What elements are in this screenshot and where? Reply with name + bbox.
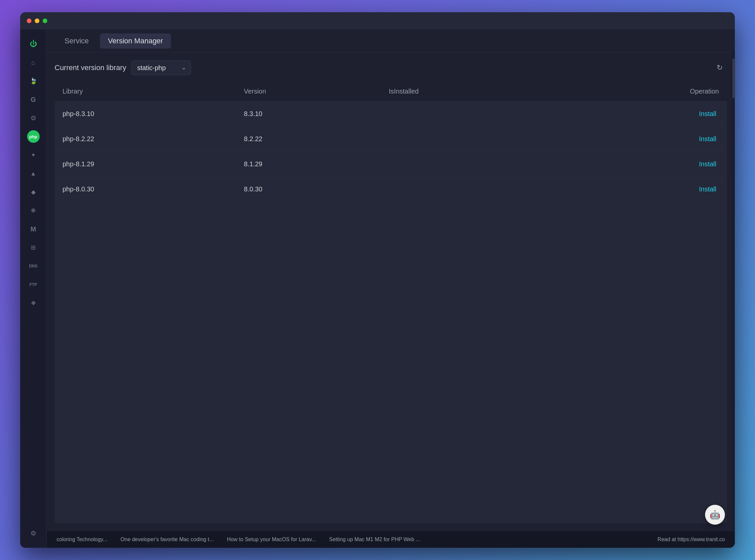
sidebar-item-leaf[interactable]: 🍃 [25, 73, 41, 89]
sidebar-item-ftp[interactable]: FTP [25, 277, 41, 293]
scrollbar-thumb[interactable] [733, 59, 735, 98]
sidebar-item-power[interactable]: ⏻ [25, 36, 41, 52]
tab-version-manager[interactable]: Version Manager [100, 33, 171, 48]
bottom-link-1[interactable]: One developer's favorite Mac coding t... [120, 537, 213, 542]
library-version: 8.3.10 [236, 101, 381, 127]
library-operation: Install [555, 101, 727, 127]
library-installed [381, 127, 555, 152]
version-library-left: Current version library static-php share… [55, 60, 191, 75]
minimize-button[interactable] [35, 19, 39, 23]
app-window: ⏻ ⌂ 🍃 G ⚙ php ✦ ▲ ◆ ❋ M ⊞ DNS FTP ❖ ⚙ Se… [20, 12, 735, 548]
library-name: php-8.1.29 [55, 152, 236, 177]
maximize-button[interactable] [43, 19, 47, 23]
col-library: Library [55, 82, 236, 101]
library-version: 8.1.29 [236, 152, 381, 177]
library-installed [381, 101, 555, 127]
col-installed: IsInstalled [381, 82, 555, 101]
chat-icon: 🤖 [710, 510, 720, 520]
library-version: 8.2.22 [236, 127, 381, 152]
scrollbar-track[interactable] [732, 52, 735, 531]
table-row: php-8.0.30 8.0.30 Install [55, 177, 727, 202]
bottom-link-0[interactable]: coloring Technology... [57, 537, 107, 542]
main-panel: Current version library static-php share… [47, 53, 735, 531]
bottom-bar: coloring Technology... One developer's f… [47, 531, 735, 548]
sidebar-item-gear[interactable]: ⚙ [25, 525, 41, 541]
install-button-2[interactable]: Install [696, 159, 719, 169]
refresh-button[interactable]: ↻ [712, 60, 727, 75]
sidebar-item-home[interactable]: ⌂ [25, 55, 41, 71]
library-version: 8.0.30 [236, 177, 381, 202]
table-row: php-8.2.22 8.2.22 Install [55, 127, 727, 152]
version-library-label: Current version library [55, 63, 126, 72]
library-select[interactable]: static-php shared-php [131, 60, 191, 75]
traffic-lights [27, 19, 47, 23]
tab-bar: Service Version Manager [47, 29, 735, 53]
library-name: php-8.2.22 [55, 127, 236, 152]
install-button-0[interactable]: Install [696, 109, 719, 119]
library-name: php-8.3.10 [55, 101, 236, 127]
table-container: Library Version IsInstalled Operation ph… [55, 82, 727, 523]
sidebar-item-module[interactable]: ❖ [25, 295, 41, 311]
sidebar-item-drop[interactable]: ◆ [25, 184, 41, 200]
read-at-link[interactable]: Read at https://www.tranit.co [657, 537, 725, 542]
bottom-link-3[interactable]: Setting up Mac M1 M2 for PHP Web ... [329, 537, 420, 542]
main-content: ⏻ ⌂ 🍃 G ⚙ php ✦ ▲ ◆ ❋ M ⊞ DNS FTP ❖ ⚙ Se… [20, 29, 735, 548]
library-installed [381, 152, 555, 177]
float-chat-button[interactable]: 🤖 [705, 505, 725, 525]
sidebar-item-feather[interactable]: ✦ [25, 147, 41, 163]
sidebar-item-layers[interactable]: ⊞ [25, 240, 41, 256]
sidebar: ⏻ ⌂ 🍃 G ⚙ php ✦ ▲ ◆ ❋ M ⊞ DNS FTP ❖ ⚙ [20, 29, 47, 548]
table-header-row: Library Version IsInstalled Operation [55, 82, 727, 101]
library-select-wrapper[interactable]: static-php shared-php [131, 60, 191, 75]
install-button-3[interactable]: Install [696, 184, 719, 194]
library-installed [381, 177, 555, 202]
versions-table: Library Version IsInstalled Operation ph… [55, 82, 727, 202]
sidebar-item-m[interactable]: M [25, 221, 41, 237]
version-library-bar: Current version library static-php share… [55, 60, 727, 75]
content-area: Service Version Manager Current version … [47, 29, 735, 548]
titlebar [20, 12, 735, 29]
table-row: php-8.3.10 8.3.10 Install [55, 101, 727, 127]
library-name: php-8.0.30 [55, 177, 236, 202]
install-button-1[interactable]: Install [696, 134, 719, 144]
sidebar-item-rocket[interactable]: ▲ [25, 166, 41, 181]
table-row: php-8.1.29 8.1.29 Install [55, 152, 727, 177]
sidebar-item-php[interactable]: php [27, 130, 40, 143]
bottom-link-2[interactable]: How to Setup your MacOS for Larav... [227, 537, 316, 542]
sidebar-item-g[interactable]: G [25, 92, 41, 107]
col-operation: Operation [555, 82, 727, 101]
library-operation: Install [555, 127, 727, 152]
tab-service[interactable]: Service [57, 33, 97, 48]
library-operation: Install [555, 152, 727, 177]
close-button[interactable] [27, 19, 32, 23]
col-version: Version [236, 82, 381, 101]
library-operation: Install [555, 177, 727, 202]
sidebar-item-dns[interactable]: DNS [25, 258, 41, 274]
sidebar-item-puppet[interactable]: ❋ [25, 203, 41, 219]
sidebar-item-settings-top[interactable]: ⚙ [25, 110, 41, 126]
